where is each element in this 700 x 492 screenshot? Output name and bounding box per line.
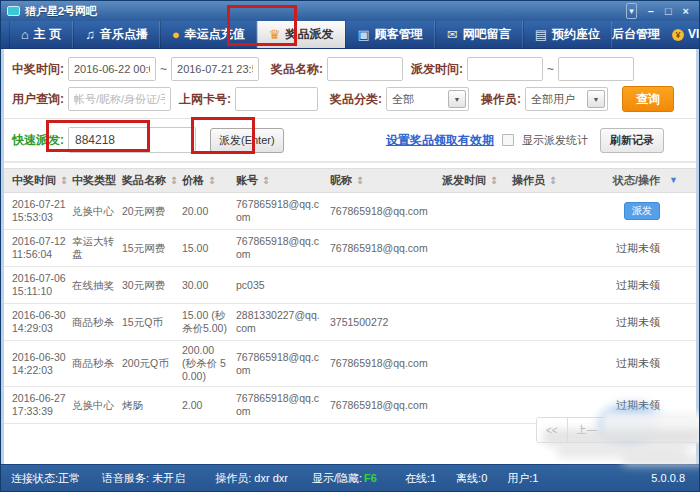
cell-time: 2016-07-06 15:11:10	[12, 272, 72, 298]
sort-icon[interactable]: ⇕	[262, 175, 270, 186]
cell-nick: 767865918@qq.com	[330, 399, 442, 412]
tab-message[interactable]: ✉网吧留言	[435, 21, 523, 48]
dispatch-button[interactable]: 派发	[624, 202, 660, 220]
cell-name: 15元Q币	[122, 316, 182, 329]
cell-name: 30元网费	[122, 279, 182, 292]
column-header-label: 昵称	[330, 173, 352, 188]
quick-dispatch-bar: 快速派发: 派发(Enter) 设置奖品领取有效期 显示派发统计 刷新记录	[4, 119, 696, 163]
column-header-price[interactable]: 价格⇕	[182, 173, 236, 188]
cell-time: 2016-06-30 14:29:03	[12, 309, 72, 335]
tab-music[interactable]: ♫音乐点播	[73, 21, 160, 48]
vip-link[interactable]: ¥ VIP试用版	[672, 26, 700, 43]
cell-time: 2016-06-30 14:22:03	[12, 351, 72, 377]
operator-select[interactable]: 全部用户 ▼	[525, 87, 608, 111]
watermark-smudge	[556, 445, 688, 458]
range-separator: ~	[547, 62, 554, 76]
close-button[interactable]: ×	[683, 4, 689, 18]
prize-category-label: 奖品分类:	[330, 91, 382, 108]
column-header-time[interactable]: 中奖时间⇕	[12, 173, 72, 188]
sort-icon[interactable]: ⇕	[356, 175, 364, 186]
cell-time: 2016-07-12 11:56:04	[12, 235, 72, 261]
filter-row-1: 中奖时间: ~ 奖品名称: 派发时间: ~	[12, 56, 696, 82]
nav-right: 后台管理 ¥ VIP试用版	[612, 21, 700, 48]
prize-name-label: 奖品名称:	[271, 61, 323, 78]
seat-icon: ▤	[535, 28, 547, 41]
column-header-type[interactable]: 中奖类型⇕	[72, 173, 122, 188]
minimize-button[interactable]: –	[648, 4, 654, 18]
win-time-to-input[interactable]	[171, 57, 259, 81]
cell-account: pc035	[236, 279, 330, 292]
card-number-label: 上网卡号:	[179, 91, 231, 108]
column-header-label: 奖品名称	[122, 173, 166, 188]
tab-coin[interactable]: ●幸运点充值	[160, 21, 257, 48]
tab-gift[interactable]: ♛奖品派发	[257, 21, 346, 48]
sort-icon[interactable]: ⇕	[490, 175, 498, 186]
filter-panel: 中奖时间: ~ 奖品名称: 派发时间: ~ 用户查询: 上网卡号: 奖品分类: …	[4, 49, 696, 119]
set-validity-link[interactable]: 设置奖品领取有效期	[386, 132, 494, 149]
dispatch-time-to-input[interactable]	[558, 57, 634, 81]
admin-link[interactable]: 后台管理	[612, 26, 660, 43]
range-separator: ~	[160, 62, 167, 76]
maximize-button[interactable]: □	[665, 4, 672, 18]
prev-page-button[interactable]: 上—	[568, 418, 700, 442]
tab-label: 奖品派发	[285, 26, 333, 43]
window-title: 猎户星2号网吧	[25, 4, 97, 19]
column-header-label: 中奖类型	[72, 173, 116, 188]
cell-type: 在线抽奖	[72, 279, 122, 292]
cell-status: 过期未领	[558, 316, 688, 329]
cell-account: 767865918@qq.com	[236, 392, 330, 418]
table-row: 2016-07-21 15:53:03兑换中心20元网费20.007678659…	[4, 193, 696, 230]
filter-icon[interactable]: ▼	[669, 175, 678, 185]
dispatch-time-from-input[interactable]	[467, 57, 543, 81]
quick-bar-right: 设置奖品领取有效期 显示派发统计 刷新记录	[386, 128, 664, 153]
sort-icon[interactable]: ⇕	[60, 175, 68, 186]
home-icon: ⌂	[21, 28, 29, 41]
win-time-from-input[interactable]	[68, 57, 156, 81]
cell-time: 2016-07-21 15:53:03	[12, 198, 72, 224]
card-number-input[interactable]	[235, 87, 318, 111]
tab-seat[interactable]: ▤预约座位	[523, 21, 612, 48]
refresh-records-button[interactable]: 刷新记录	[600, 128, 664, 153]
cell-time: 2016-06-27 17:33:39	[12, 392, 72, 418]
show-stats-checkbox[interactable]	[502, 134, 514, 146]
sort-icon[interactable]: ⇕	[170, 175, 178, 186]
records-table: 中奖时间⇕中奖类型⇕奖品名称⇕价格⇕账号⇕昵称⇕派发时间⇕操作员⇕状态/操作▼ …	[4, 168, 696, 424]
sort-icon[interactable]: ⇕	[208, 175, 216, 186]
search-button[interactable]: 查询	[622, 86, 674, 112]
cell-account: 2881330227@qq.com	[236, 309, 330, 335]
tab-label: 顾客管理	[375, 26, 423, 43]
prize-category-select[interactable]: 全部 ▼	[386, 87, 469, 111]
operator-status: 操作员: dxr dxr	[215, 471, 288, 486]
column-header-name[interactable]: 奖品名称⇕	[122, 173, 182, 188]
music-icon: ♫	[85, 28, 95, 41]
tab-monitor[interactable]: ▣顾客管理	[345, 21, 434, 48]
column-header-nick[interactable]: 昵称⇕	[330, 173, 442, 188]
cell-status: 过期未领	[558, 279, 688, 292]
cell-name: 烤肠	[122, 399, 182, 412]
user-query-input[interactable]	[68, 87, 171, 111]
show-hide-hotkey: 显示/隐藏:F6	[312, 471, 377, 486]
cell-type: 幸运大转盘	[72, 235, 122, 261]
column-header-operator[interactable]: 操作员⇕	[512, 173, 558, 188]
skin-menu-button[interactable]: ▾	[626, 3, 637, 19]
monitor-icon: ▣	[357, 28, 369, 41]
dispatch-time-label: 派发时间:	[411, 61, 463, 78]
cell-name: 20元网费	[122, 205, 182, 218]
hotkey-value: F6	[364, 472, 377, 484]
first-page-button[interactable]: <<	[537, 418, 568, 442]
quick-dispatch-input[interactable]	[68, 127, 196, 153]
column-header-account[interactable]: 账号⇕	[236, 173, 330, 188]
tab-home[interactable]: ⌂主 页	[9, 21, 73, 48]
table-row: 2016-07-06 15:11:10在线抽奖30元网费30.00pc035过期…	[4, 267, 696, 304]
column-header-dispatch_time[interactable]: 派发时间⇕	[442, 173, 512, 188]
user-query-label: 用户查询:	[12, 91, 64, 108]
prize-name-input[interactable]	[327, 57, 403, 81]
voice-service-status: 语音服务: 未开启	[102, 471, 185, 486]
sort-icon[interactable]: ⇕	[549, 175, 557, 186]
offline-count: 离线:0	[456, 471, 487, 486]
cell-type: 兑换中心	[72, 399, 122, 412]
column-header-label: 操作员	[512, 173, 545, 188]
dispatch-enter-button[interactable]: 派发(Enter)	[210, 128, 284, 153]
cell-account: 767865918@qq.com	[236, 235, 330, 261]
cell-status: 过期未领	[558, 357, 688, 370]
